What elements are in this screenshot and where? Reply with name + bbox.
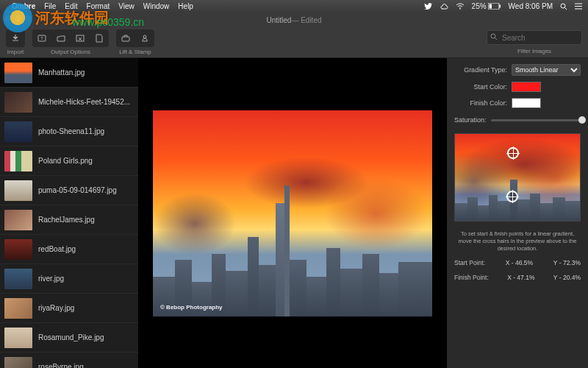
search-icon [490,33,498,40]
file-row[interactable]: Michele-Hicks-Feet-19452... [0,88,138,117]
output-rename-button[interactable]: T [32,29,51,47]
photo-credit: © Bebop Photography [160,304,223,311]
start-point-crosshair[interactable] [506,191,518,202]
file-name: riyaRay.jpg [38,304,74,312]
svg-point-0 [459,8,461,10]
file-name: photo-Sheena11.jpg [38,127,104,135]
start-point-label: Start Point: [454,259,485,266]
file-row[interactable]: Manhattan.jpg [0,58,138,88]
start-color-label: Start Color: [454,83,507,91]
output-format-button[interactable] [90,29,109,47]
file-thumbnail [4,180,32,201]
file-thumbnail [4,92,32,113]
window-titlebar: Untitled — Edited [0,13,588,27]
output-label: Output Options [51,49,90,55]
menu-format[interactable]: Format [87,2,110,10]
edited-indicator: — Edited [291,16,321,24]
file-row[interactable]: riyaRay.jpg [0,294,138,323]
menu-window[interactable]: Window [143,2,170,10]
window-title: Untitled [266,16,291,24]
output-folder-button[interactable] [51,29,71,47]
menu-view[interactable]: View [118,2,135,10]
gradient-preview[interactable] [454,133,581,222]
file-row[interactable]: puma-05-09-014697.jpg [0,176,138,205]
traffic-lights [4,15,32,22]
start-point-y: Y - 72.3% [553,259,581,266]
battery-percent: 25% [472,2,487,10]
file-sidebar: Manhattan.jpgMichele-Hicks-Feet-19452...… [0,58,138,368]
file-name: river.jpg [38,275,64,283]
file-row[interactable]: roseByrne.jpg [0,353,138,368]
start-point-x: X - 46.5% [506,259,533,266]
close-button[interactable] [4,15,11,22]
wifi-icon[interactable] [456,3,465,10]
clock[interactable]: Wed 8:06 PM [509,2,553,10]
file-name: Michele-Hicks-Feet-19452... [38,98,130,106]
main-photo: © Bebop Photography [153,110,432,316]
lift-button[interactable] [116,29,135,47]
file-thumbnail [4,269,32,289]
finish-point-y: Y - 20.4% [553,274,581,281]
spotlight-icon[interactable] [560,3,567,10]
output-size-button[interactable] [71,29,90,47]
svg-rect-3 [499,5,501,8]
finish-color-swatch[interactable] [512,98,541,108]
finish-color-label: Finish Color: [454,99,507,107]
image-canvas[interactable]: © Bebop Photography [138,58,447,368]
gradient-type-label: Gradient Type: [454,66,507,74]
file-thumbnail [4,210,32,230]
finish-point-crosshair[interactable] [507,147,519,159]
file-thumbnail [4,239,32,260]
file-row[interactable]: Poland Girls.png [0,146,138,176]
stamp-button[interactable] [135,29,154,47]
svg-rect-12 [122,37,129,41]
cloud-icon[interactable] [440,4,448,10]
lift-stamp-label: Lift & Stamp [119,49,151,55]
svg-line-5 [565,7,567,10]
menu-help[interactable]: Help [178,2,193,10]
svg-point-4 [561,4,565,8]
minimize-button[interactable] [15,15,21,22]
notification-center-icon[interactable] [575,3,582,10]
svg-line-15 [495,38,498,40]
svg-text:T: T [40,36,43,40]
inspector-panel: Gradient Type: Smooth Linear Start Color… [447,58,588,368]
app-menu[interactable]: Ombre [12,2,35,10]
file-thumbnail [4,121,32,142]
gradient-help-text: To set start & finish points for a linea… [454,230,581,252]
start-color-swatch[interactable] [512,82,541,92]
zoom-button[interactable] [25,15,32,22]
finish-point-x: X - 47.1% [507,274,534,281]
file-row[interactable]: RachelJames.jpg [0,205,138,235]
import-label: Import [7,49,24,55]
svg-point-13 [143,35,146,38]
file-name: Manhattan.jpg [38,68,85,77]
finish-point-label: Finish Point: [454,274,489,281]
svg-rect-2 [489,4,492,9]
menu-file[interactable]: File [44,2,56,10]
menu-edit[interactable]: Edit [65,2,77,10]
gradient-type-select[interactable]: Smooth Linear [512,64,581,76]
saturation-slider[interactable] [491,119,586,121]
file-row[interactable]: river.jpg [0,264,138,294]
macos-menubar: Ombre File Edit Format View Window Help … [0,0,588,13]
battery-status[interactable]: 25% [472,2,501,10]
file-name: puma-05-09-014697.jpg [38,186,117,194]
file-name: redBoat.jpg [38,245,76,253]
search-input[interactable] [487,30,582,45]
file-row[interactable]: redBoat.jpg [0,235,138,264]
file-thumbnail [4,328,32,348]
svg-rect-11 [76,35,84,41]
file-name: RachelJames.jpg [38,216,95,224]
import-button[interactable] [6,29,25,47]
file-name: Poland Girls.png [38,157,93,165]
file-thumbnail [4,63,32,83]
twitter-icon[interactable] [424,3,432,10]
saturation-label: Saturation: [454,116,487,124]
toolbar: Import T Output Options Lift & Stamp Fil… [0,27,588,58]
file-row[interactable]: Rosamund_Pike.jpg [0,323,138,353]
filter-images-label: Filter Images [517,48,551,54]
file-thumbnail [4,151,32,171]
file-row[interactable]: photo-Sheena11.jpg [0,117,138,146]
svg-point-14 [491,34,495,38]
